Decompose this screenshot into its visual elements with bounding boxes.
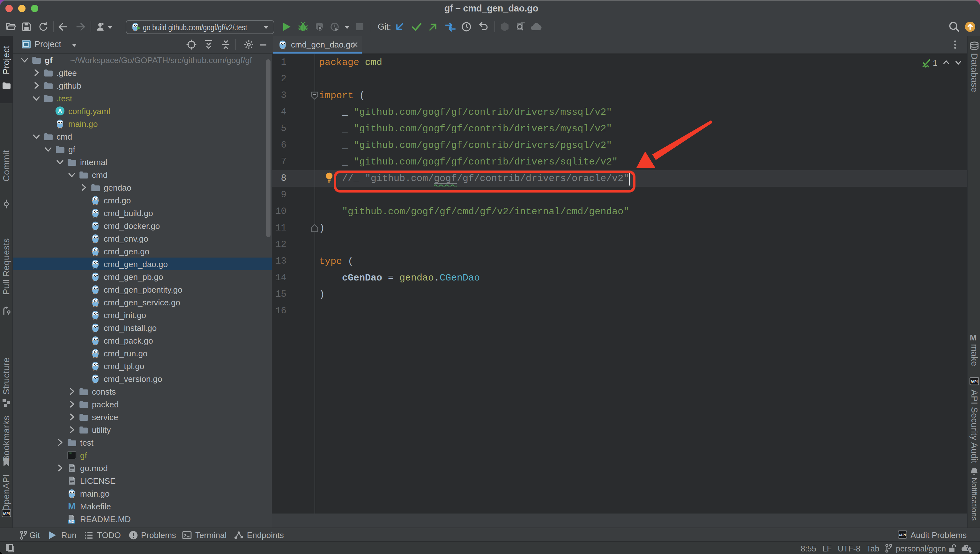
svg-text:/API: /API: [899, 533, 906, 537]
svg-text:MD: MD: [69, 520, 74, 524]
svg-text:M: M: [68, 501, 75, 511]
svg-text:A: A: [58, 108, 62, 115]
svg-text:/API: /API: [3, 512, 10, 516]
